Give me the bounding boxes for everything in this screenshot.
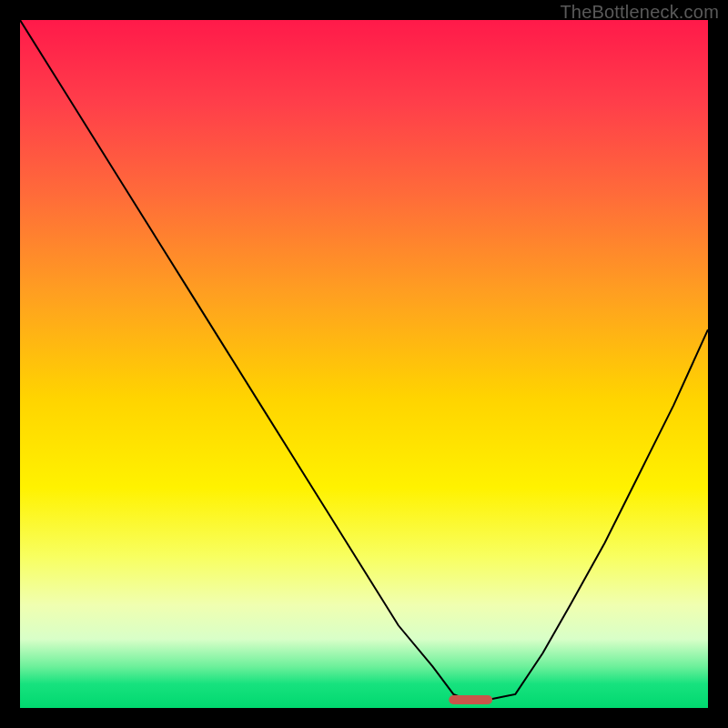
- chart-frame: TheBottleneck.com: [0, 0, 728, 728]
- gradient-plot-area: [20, 20, 708, 708]
- watermark-text: TheBottleneck.com: [560, 2, 719, 23]
